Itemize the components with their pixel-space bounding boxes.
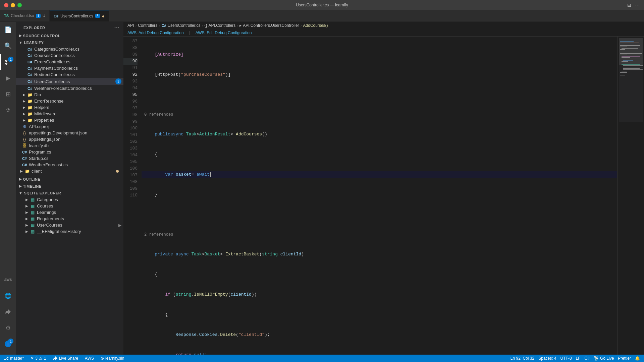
activity-explorer[interactable]: 📄	[0, 22, 16, 38]
error-icon: ✕	[31, 356, 34, 361]
status-line-ending[interactable]: LF	[575, 356, 582, 361]
folder-name: ErrorResponse	[34, 99, 123, 104]
main-layout: 📄 🔍 1 ▶ ⊞ ⚗ aws 🌐 ⚙ 👤 1 EXPLORER ⋯	[0, 22, 644, 355]
folder-properties[interactable]: ▶ 📁 Properties	[16, 117, 123, 123]
code-content[interactable]: [Authorize] [HttpPost("purchaseCourses")…	[140, 37, 617, 355]
sqlite-ef-migrations[interactable]: ▶ ▦ __EFMigrationsHistory	[16, 228, 123, 235]
svg-rect-9	[622, 57, 630, 58]
cs-file-icon: C#	[21, 163, 28, 167]
folder-middleware[interactable]: ▶ 📁 Middleware	[16, 111, 123, 117]
timeline-section[interactable]: ▶ TIMELINE	[16, 183, 123, 190]
activity-test[interactable]: ⚗	[0, 102, 16, 118]
close-button[interactable]	[4, 3, 8, 7]
file-categories-controller[interactable]: C# CategoriesController.cs	[16, 46, 123, 52]
status-go-live[interactable]: 📡 Go Live	[592, 356, 615, 361]
source-control-section[interactable]: ▶ SOURCE CONTROL	[16, 32, 123, 39]
learnify-section-toggle[interactable]: ▼ LEARNIFY	[16, 39, 123, 46]
status-solution[interactable]: ⊙ learnify.sln	[99, 355, 125, 362]
cs-file-icon: C#	[27, 60, 33, 64]
activity-extensions[interactable]: ⊞	[0, 86, 16, 102]
file-weather-forecast[interactable]: C# WeatherForecast.cs	[16, 162, 123, 168]
file-payments-controller[interactable]: C# PaymentsController.cs	[16, 65, 123, 71]
file-name: Startup.cs	[29, 156, 123, 161]
breadcrumb-api[interactable]: API	[127, 23, 134, 28]
status-cursor[interactable]: Ln 92, Col 32	[509, 356, 536, 361]
activity-settings[interactable]: ⚙	[0, 320, 16, 336]
file-users-controller[interactable]: C# UsersController.cs 3	[16, 78, 123, 85]
code-line-88: [HttpPost("purchaseCourses")]	[142, 71, 617, 78]
status-aws[interactable]: AWS	[84, 355, 95, 362]
sqlite-user-courses[interactable]: ▶ ▦ UserCourses ▶	[16, 222, 123, 228]
file-courses-controller[interactable]: C# CoursesController.cs	[16, 52, 123, 59]
maximize-button[interactable]	[17, 3, 22, 7]
sqlite-categories[interactable]: ▶ ▦ Categories	[16, 196, 123, 203]
status-live-share[interactable]: Live Share	[52, 355, 79, 362]
status-notifications[interactable]: 🔔	[634, 356, 641, 361]
activity-search[interactable]: 🔍	[0, 38, 16, 54]
minimap	[617, 37, 644, 355]
sidebar-tree: C# CategoriesController.cs C# CoursesCon…	[16, 46, 123, 355]
folder-helpers[interactable]: ▶ 📁 Helpers	[16, 104, 123, 111]
folder-chevron: ▶	[21, 99, 27, 103]
split-editor-icon[interactable]: ⊟	[627, 2, 632, 8]
explorer-menu-icon[interactable]: ⋯	[114, 24, 120, 31]
sqlite-learnings[interactable]: ▶ ▦ Learnings	[16, 209, 123, 216]
breadcrumb-api-controllers[interactable]: API.Controllers	[208, 23, 235, 28]
file-program[interactable]: C# Program.cs	[16, 149, 123, 155]
aws-edit-debug[interactable]: AWS: Edit Debug Configuration	[196, 31, 252, 35]
code-line-92: var basket = await	[142, 171, 617, 178]
file-name: appsettings.json	[29, 137, 123, 142]
aws-icon[interactable]: aws	[0, 272, 16, 288]
status-language[interactable]: C#	[583, 356, 591, 361]
tab-users-badge: 3	[95, 14, 100, 18]
file-redirect-controller[interactable]: C# RedirectController.cs	[16, 71, 123, 78]
code-area[interactable]: 87 88 89 90 91 92 93 94 95 96 97 98 99 1…	[123, 37, 644, 355]
outline-section[interactable]: ▶ OUTLINE	[16, 176, 123, 183]
status-branch[interactable]: ⎇ master*	[3, 355, 25, 362]
activity-source-control[interactable]: 1	[0, 54, 16, 70]
file-startup[interactable]: C# Startup.cs	[16, 155, 123, 162]
solution-name: learnify.sln	[105, 356, 124, 361]
activity-run[interactable]: ▶	[0, 70, 16, 86]
cursor-position: Ln 92, Col 32	[511, 356, 534, 361]
activity-remote[interactable]: 🌐	[0, 288, 16, 304]
more-options-icon[interactable]: ⋯	[635, 2, 640, 8]
sqlite-explorer-section[interactable]: ▼ SQLITE EXPLORER	[16, 190, 123, 196]
breadcrumb-file[interactable]: UsersController.cs	[167, 23, 200, 28]
status-spaces[interactable]: Spaces: 4	[537, 356, 557, 361]
status-encoding[interactable]: UTF-8	[559, 356, 573, 361]
breadcrumb-full-class[interactable]: API.Controllers.UsersController	[243, 23, 299, 28]
aws-add-debug[interactable]: AWS: Add Debug Configuration	[127, 31, 184, 35]
code-line-94	[142, 212, 617, 218]
breadcrumb-method[interactable]: AddCourses()	[303, 23, 328, 28]
sqlite-requirements[interactable]: ▶ ▦ Requirements	[16, 216, 123, 222]
folder-client[interactable]: ▶ 📁 client	[16, 168, 123, 174]
status-prettier[interactable]: Prettier	[616, 356, 632, 361]
status-errors[interactable]: ✕ 3 ⚠ 1	[29, 355, 47, 362]
activity-live-share[interactable]	[0, 304, 16, 320]
file-weather-controller[interactable]: C# WeatherForecastController.cs	[16, 85, 123, 92]
table-icon: ▦	[30, 229, 36, 234]
sqlite-courses[interactable]: ▶ ▦ Courses	[16, 203, 123, 209]
file-errors-controller[interactable]: C# ErrorsController.cs	[16, 59, 123, 65]
table-icon: ▦	[30, 197, 36, 202]
minimize-button[interactable]	[11, 3, 15, 7]
folder-error-response[interactable]: ▶ 📁 ErrorResponse	[16, 98, 123, 104]
source-control-badge: 1	[8, 57, 13, 62]
table-chevron: ▶	[24, 204, 30, 208]
tab-checkout[interactable]: TS Checkout.tsx 1 U	[0, 10, 50, 21]
file-learnify-db[interactable]: 🗄 learnify.db	[16, 142, 123, 149]
file-api-csproj[interactable]: ⚙ API.csproj	[16, 123, 123, 130]
file-appsettings-dev[interactable]: {} appsettings.Development.json	[16, 130, 123, 136]
svg-rect-0	[620, 41, 634, 42]
expand-arrow-icon: ▶	[118, 223, 121, 228]
line-ending-label: LF	[576, 356, 581, 361]
activity-account[interactable]: 👤 1	[0, 336, 16, 352]
file-appsettings[interactable]: {} appsettings.json	[16, 136, 123, 142]
cs-file-icon: C#	[27, 54, 33, 58]
tab-users[interactable]: C# UsersController.cs 3 ●	[50, 10, 109, 21]
table-name: Learnings	[37, 210, 123, 215]
learnify-chevron: ▼	[19, 41, 22, 45]
breadcrumb-controllers[interactable]: Controllers	[138, 23, 157, 28]
folder-dto[interactable]: ▶ 📁 Dto	[16, 92, 123, 98]
